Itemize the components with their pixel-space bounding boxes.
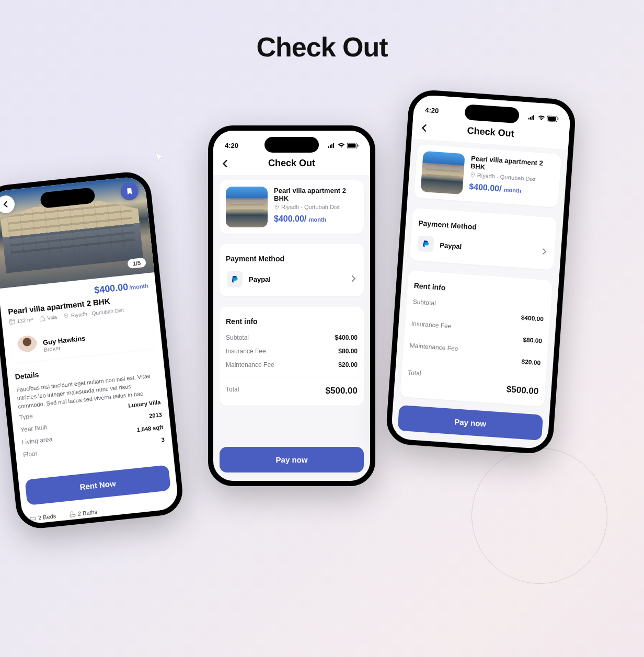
row-maintenance: Maintenance Fee$20.00 <box>226 358 358 372</box>
attr-type: Villa <box>39 314 58 321</box>
property-thumbnail <box>226 187 268 227</box>
broker-avatar <box>16 335 39 358</box>
svg-point-9 <box>276 206 277 207</box>
payment-section-title: Payment Method <box>226 255 358 263</box>
pin-icon <box>470 172 476 178</box>
pay-now-button[interactable]: Pay now <box>220 447 364 472</box>
screen-title: Check Out <box>268 158 315 169</box>
payment-method-name: Paypal <box>440 241 462 250</box>
back-button[interactable] <box>0 194 16 214</box>
paypal-icon <box>417 235 434 252</box>
image-pager: 1/5 <box>127 258 146 269</box>
paypal-icon <box>227 271 243 287</box>
property-price: $400.00/ month <box>469 182 553 197</box>
decorative-circle <box>472 448 607 584</box>
pay-now-button[interactable]: Pay now <box>397 405 543 441</box>
payment-card: Payment Method Paypal <box>220 244 364 296</box>
attr-area: 132 m² <box>9 317 33 325</box>
svg-rect-1 <box>121 170 129 171</box>
payment-card: Payment Method Paypal <box>409 208 557 270</box>
chip-beds: 2 Beds <box>30 513 56 522</box>
svg-rect-3 <box>9 319 15 324</box>
phone-detail: 4:20 1/5 $400.00 /month Pearl villa apar… <box>0 170 185 531</box>
svg-rect-12 <box>558 118 559 120</box>
property-card[interactable]: Pearl villa apartment 2 BHK Riyadh - Qur… <box>220 180 364 234</box>
cursor-icon <box>154 152 165 162</box>
chip-baths: 2 Baths <box>69 509 97 518</box>
property-hero: 4:20 1/5 <box>0 170 154 289</box>
row-subtotal: Subtotal$400.00 <box>226 331 358 344</box>
property-location: Riyadh - Qurtubah Dist <box>274 204 358 210</box>
payment-method-row[interactable]: Paypal <box>226 268 358 290</box>
status-icons <box>328 143 359 148</box>
svg-point-13 <box>472 174 473 175</box>
svg-rect-8 <box>358 144 359 146</box>
bookmark-button[interactable] <box>120 181 139 201</box>
back-button[interactable] <box>222 158 229 169</box>
broker-card[interactable]: Guy Hawkins Broker <box>10 317 155 363</box>
pin-icon <box>274 204 280 210</box>
svg-rect-5 <box>30 517 36 520</box>
row-total: Total$500.00 <box>407 366 540 400</box>
property-thumbnail <box>420 151 465 194</box>
property-price: $400.00/ month <box>274 214 358 224</box>
phone-checkout-a: 4:20 Check Out Pearl villa apartment 2 B… <box>208 125 375 486</box>
row-insurance: Insurance Fee$80.00 <box>226 344 358 358</box>
screen-title: Check Out <box>467 125 514 140</box>
property-name: Pearl villa apartment 2 BHK <box>274 187 358 202</box>
status-icons <box>101 170 132 175</box>
status-time: 4:20 <box>0 177 13 187</box>
svg-rect-0 <box>120 170 131 172</box>
status-icons <box>528 114 559 122</box>
payment-method-name: Paypal <box>249 275 271 283</box>
page-title: Check Out <box>0 31 644 63</box>
rent-info-card: Rent info Subtotal$400.00 Insurance Fee$… <box>220 307 364 406</box>
row-total: Total$500.00 <box>226 383 358 399</box>
status-time: 4:20 <box>225 142 238 149</box>
svg-rect-11 <box>548 116 556 121</box>
rent-info-card: Rent info Subtotal$400.00 Insurance Fee$… <box>400 270 553 407</box>
phone-checkout-b: 4:20 Check Out Pearl villa apartment 2 B… <box>385 89 577 455</box>
status-time: 4:20 <box>425 106 439 114</box>
status-bar: 4:20 <box>213 131 370 154</box>
chevron-right-icon <box>540 247 547 257</box>
payment-method-row[interactable]: Paypal <box>416 232 549 263</box>
rent-section-title: Rent info <box>226 317 358 326</box>
svg-rect-7 <box>348 143 356 147</box>
chevron-right-icon <box>350 274 356 284</box>
screen-header: Check Out <box>213 154 370 175</box>
back-button[interactable] <box>420 122 429 134</box>
svg-point-4 <box>65 315 66 316</box>
rent-now-button[interactable]: Rent Now <box>25 465 171 505</box>
property-card[interactable]: Pearl villa apartment 2 BHK Riyadh - Qur… <box>414 144 561 208</box>
